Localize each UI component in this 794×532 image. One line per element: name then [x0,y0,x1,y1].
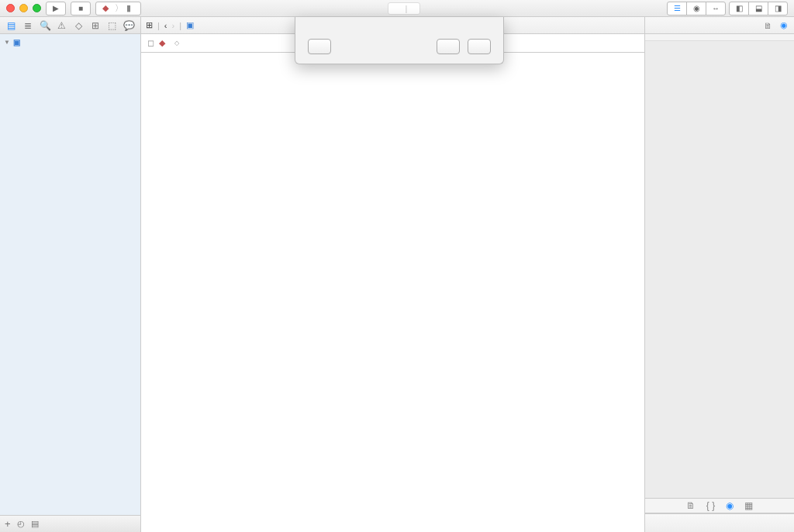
project-icon: ▣ [11,36,22,47]
developer-program-sheet [295,17,504,64]
project-root[interactable]: ▼▣ [0,36,140,48]
assistant-editor-button[interactable]: ◉ [686,2,706,16]
filter-scm-button[interactable]: ▤ [31,519,39,529]
test-navigator-tab[interactable]: ◇ [72,20,85,31]
scheme-selector[interactable]: ◆ 〉 ▮ [95,2,141,16]
issue-navigator-tab[interactable]: ⚠ [56,20,68,31]
capabilities-list [141,53,644,532]
related-items-icon[interactable]: ⊞ [146,20,153,30]
add-button[interactable]: + [5,518,11,530]
filter-recent-button[interactable]: ◴ [17,519,25,529]
report-navigator-tab[interactable]: 💬 [123,20,135,31]
standard-editor-button[interactable]: ☰ [667,2,687,16]
back-button[interactable]: ‹ [164,21,167,30]
utilities-panel: 🗎 ◉ 🗎 { } ◉ ▦ [645,17,794,532]
activity-view: | [388,2,421,15]
cancel-button[interactable] [437,39,460,54]
stop-button[interactable]: ■ [71,2,91,16]
toggle-debug-button[interactable]: ⬓ [748,2,768,16]
navigator-tabs: ▤ ≣ 🔍 ⚠ ◇ ⊞ ⬚ 💬 [0,17,140,34]
minimize-window[interactable] [19,4,28,12]
zoom-window[interactable] [33,4,41,12]
titlebar: ▶ ■ ◆ 〉 ▮ | ☰ ◉ ↔ ◧ ⬓ ◨ [0,0,794,17]
project-navigator-tab[interactable]: ▤ [5,20,18,31]
symbol-navigator-tab[interactable]: ≣ [22,20,34,31]
quick-help-tab[interactable]: ◉ [780,20,788,30]
toggle-inspector-button[interactable]: ◨ [768,2,788,16]
library-footer [645,513,794,532]
breakpoint-navigator-tab[interactable]: ⬚ [106,20,119,31]
editor-area: ⊞ | ‹ › | ▣ ◻ ◆ ◇ [141,17,645,532]
file-inspector-tab[interactable]: 🗎 [764,21,772,30]
join-program-button[interactable] [308,39,331,54]
quick-help-body [645,41,794,498]
target-icon: ◆ [159,38,165,48]
library-tabs: 🗎 { } ◉ ▦ [645,498,794,513]
quick-help-title [645,34,794,41]
device-icon: ▮ [126,3,131,13]
code-snippets-tab[interactable]: { } [706,500,715,511]
targets-list-toggle[interactable]: ◻ [147,38,154,48]
forward-button[interactable]: › [172,21,175,30]
file-templates-tab[interactable]: 🗎 [686,500,696,511]
run-button[interactable]: ▶ [46,2,66,16]
find-navigator-tab[interactable]: 🔍 [39,20,51,31]
debug-navigator-tab[interactable]: ⊞ [89,20,102,31]
object-library-tab[interactable]: ◉ [726,500,734,511]
jumpbar-project-icon: ▣ [186,20,194,30]
navigator-panel: ▤ ≣ 🔍 ⚠ ◇ ⊞ ⬚ 💬 ▼▣ + ◴ ▤ [0,17,141,532]
toggle-navigator-button[interactable]: ◧ [729,2,749,16]
add-account-button[interactable] [468,39,491,54]
close-window[interactable] [6,4,15,12]
project-tree: ▼▣ [0,34,140,515]
inspector-tabs: 🗎 ◉ [645,17,794,34]
window-controls [6,4,41,12]
version-editor-button[interactable]: ↔ [706,2,726,16]
media-library-tab[interactable]: ▦ [744,500,753,511]
navigator-footer: + ◴ ▤ [0,515,140,532]
app-icon: ◆ [102,3,109,13]
